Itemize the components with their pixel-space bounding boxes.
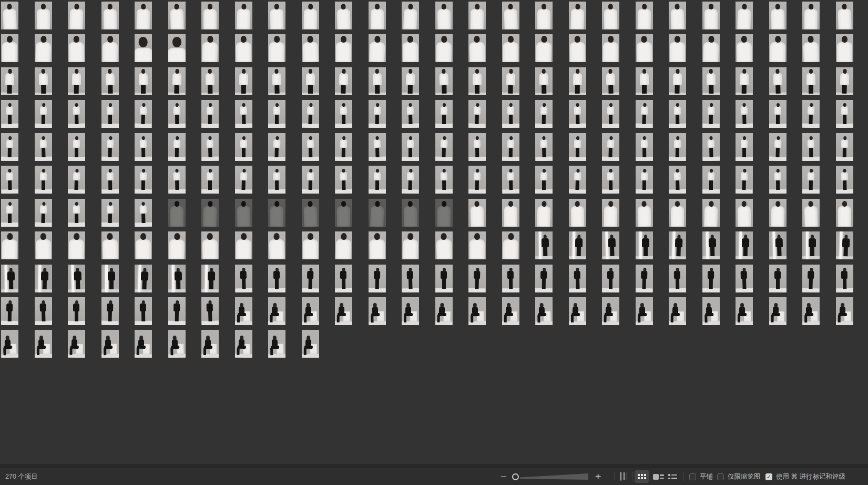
photo-thumbnail[interactable] [769, 231, 787, 259]
zoom-in-button[interactable]: + [595, 471, 601, 482]
photo-thumbnail[interactable] [101, 2, 119, 29]
photo-thumbnail[interactable] [101, 100, 119, 128]
photo-thumbnail[interactable] [335, 2, 352, 29]
photo-thumbnail[interactable] [101, 297, 119, 325]
photo-thumbnail[interactable] [836, 199, 853, 227]
view-mode-grid-button[interactable] [635, 470, 649, 483]
photo-thumbnail[interactable] [168, 100, 186, 128]
photo-thumbnail[interactable] [736, 199, 753, 227]
photo-thumbnail[interactable] [168, 231, 186, 259]
photo-thumbnail[interactable] [836, 265, 853, 292]
photo-thumbnail[interactable] [569, 2, 586, 29]
photo-thumbnail[interactable] [268, 67, 285, 95]
photo-thumbnail[interactable] [135, 231, 152, 259]
photo-thumbnail[interactable] [335, 133, 352, 161]
photo-thumbnail[interactable] [369, 199, 386, 227]
photo-thumbnail[interactable] [68, 67, 85, 95]
photo-thumbnail[interactable] [602, 100, 619, 128]
photo-thumbnail[interactable] [769, 297, 787, 325]
photo-thumbnail[interactable] [68, 166, 85, 194]
photo-thumbnail[interactable] [502, 199, 519, 227]
photo-thumbnail[interactable] [369, 34, 386, 62]
photo-thumbnail[interactable] [769, 100, 787, 128]
photo-thumbnail[interactable] [435, 166, 453, 194]
photo-thumbnail[interactable] [1, 166, 18, 194]
photo-thumbnail[interactable] [736, 34, 753, 62]
tile-checkbox[interactable]: ✓ [689, 473, 696, 480]
photo-thumbnail[interactable] [569, 166, 586, 194]
photo-thumbnail[interactable] [802, 67, 820, 95]
photo-thumbnail[interactable] [302, 67, 319, 95]
photo-thumbnail[interactable] [135, 34, 152, 62]
photo-thumbnail[interactable] [502, 231, 519, 259]
photo-thumbnail[interactable] [168, 67, 186, 95]
photo-thumbnail[interactable] [402, 199, 419, 227]
photo-thumbnail[interactable] [769, 2, 787, 29]
zoom-out-button[interactable]: − [501, 471, 507, 482]
photo-thumbnail[interactable] [68, 133, 85, 161]
photo-thumbnail[interactable] [68, 265, 85, 292]
photo-thumbnail[interactable] [268, 265, 285, 292]
photo-thumbnail[interactable] [836, 67, 853, 95]
photo-thumbnail[interactable] [35, 265, 52, 292]
photo-thumbnail[interactable] [802, 133, 820, 161]
photo-thumbnail[interactable] [736, 2, 753, 29]
cmd-rating-checkbox[interactable]: ✓ [765, 473, 772, 480]
photo-thumbnail[interactable] [602, 265, 619, 292]
photo-thumbnail[interactable] [201, 330, 219, 358]
photo-thumbnail[interactable] [235, 166, 252, 194]
photo-thumbnail[interactable] [68, 199, 85, 227]
photo-thumbnail[interactable] [636, 231, 653, 259]
photo-thumbnail[interactable] [335, 166, 352, 194]
thumbnail-size-slider[interactable] [512, 472, 589, 481]
photo-thumbnail[interactable] [502, 166, 519, 194]
photo-thumbnail[interactable] [201, 100, 219, 128]
photo-thumbnail[interactable] [769, 34, 787, 62]
photo-thumbnail[interactable] [502, 2, 519, 29]
photo-thumbnail[interactable] [302, 297, 319, 325]
photo-thumbnail[interactable] [268, 34, 285, 62]
photo-thumbnail[interactable] [268, 199, 285, 227]
photo-thumbnail[interactable] [702, 199, 720, 227]
photo-thumbnail[interactable] [235, 34, 252, 62]
photo-thumbnail[interactable] [802, 297, 820, 325]
photo-thumbnail[interactable] [201, 231, 219, 259]
view-mode-survey-button[interactable] [620, 472, 621, 480]
photo-thumbnail[interactable] [802, 100, 820, 128]
photo-thumbnail[interactable] [135, 330, 152, 358]
photo-thumbnail[interactable] [669, 231, 686, 259]
photo-thumbnail[interactable] [669, 199, 686, 227]
photo-thumbnail[interactable] [68, 231, 85, 259]
photo-thumbnail[interactable] [168, 330, 186, 358]
photo-thumbnail[interactable] [569, 297, 586, 325]
photo-thumbnail[interactable] [101, 133, 119, 161]
photo-thumbnail[interactable] [35, 297, 52, 325]
photo-thumbnail[interactable] [335, 231, 352, 259]
photo-thumbnail[interactable] [636, 34, 653, 62]
photo-thumbnail[interactable] [468, 297, 486, 325]
photo-thumbnail[interactable] [168, 199, 186, 227]
photo-thumbnail[interactable] [68, 2, 85, 29]
photo-thumbnail[interactable] [636, 100, 653, 128]
photo-thumbnail[interactable] [502, 133, 519, 161]
photo-thumbnail[interactable] [335, 297, 352, 325]
photo-thumbnail[interactable] [468, 199, 486, 227]
photo-thumbnail[interactable] [1, 67, 18, 95]
photo-thumbnail[interactable] [435, 265, 453, 292]
photo-thumbnail[interactable] [802, 231, 820, 259]
photo-thumbnail[interactable] [468, 166, 486, 194]
photo-thumbnail[interactable] [535, 231, 553, 259]
photo-thumbnail[interactable] [636, 199, 653, 227]
photo-thumbnail[interactable] [402, 133, 419, 161]
photo-thumbnail[interactable] [302, 330, 319, 358]
photo-thumbnail[interactable] [736, 166, 753, 194]
photo-thumbnail[interactable] [736, 133, 753, 161]
photo-thumbnail[interactable] [669, 67, 686, 95]
photo-thumbnail[interactable] [369, 100, 386, 128]
photo-thumbnail[interactable] [602, 34, 619, 62]
photo-thumbnail[interactable] [369, 133, 386, 161]
photo-thumbnail[interactable] [702, 231, 720, 259]
photo-thumbnail[interactable] [235, 67, 252, 95]
photo-thumbnail[interactable] [402, 67, 419, 95]
photo-thumbnail[interactable] [101, 34, 119, 62]
